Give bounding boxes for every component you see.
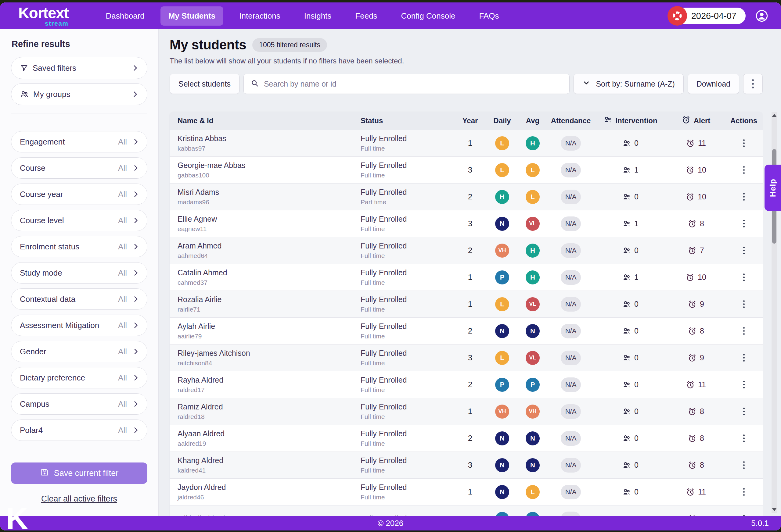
daily-badge[interactable]: N xyxy=(495,458,509,472)
filter-course[interactable]: CourseAll xyxy=(11,157,147,179)
table-row[interactable]: Alyaan Aldredaaldred19Fully EnrolledFull… xyxy=(170,425,763,451)
saved-filters-button[interactable]: Saved filters xyxy=(11,57,147,79)
student-name[interactable]: Alyaan Aldred xyxy=(177,429,353,438)
table-row[interactable]: Catalin Ahmedcahmed37Fully EnrolledFull … xyxy=(170,264,763,291)
daily-badge[interactable]: N xyxy=(495,217,509,231)
nav-item-dashboard[interactable]: Dashboard xyxy=(98,6,153,26)
filter-study-mode[interactable]: Study modeAll xyxy=(11,262,147,283)
daily-badge[interactable]: VH xyxy=(495,405,509,418)
filter-campus[interactable]: CampusAll xyxy=(11,393,147,415)
toolbar-kebab-button[interactable] xyxy=(743,74,763,94)
student-name[interactable]: Rayha Aldred xyxy=(177,375,353,385)
student-name[interactable]: Aylah Airlie xyxy=(177,322,353,331)
student-name[interactable]: Kristina Abbas xyxy=(177,134,353,143)
daily-badge[interactable]: L xyxy=(495,136,509,150)
daily-badge[interactable]: H xyxy=(495,190,509,204)
avg-badge[interactable]: VL xyxy=(526,217,540,231)
my-groups-button[interactable]: My groups xyxy=(11,83,147,105)
daily-badge[interactable]: P xyxy=(495,378,509,392)
col-header-name-id[interactable]: Name & Id xyxy=(170,117,353,125)
daily-badge[interactable]: L xyxy=(495,351,509,365)
table-row[interactable]: Ramiz Aldredraldred18Fully EnrolledFull … xyxy=(170,398,763,425)
avg-badge[interactable]: N xyxy=(526,324,540,338)
filter-dietary-preference[interactable]: Dietary preferenceAll xyxy=(11,367,147,388)
avg-badge[interactable]: N xyxy=(526,431,540,445)
student-name[interactable]: Riley-james Aitchison xyxy=(177,349,353,358)
avg-badge[interactable]: H xyxy=(526,270,540,284)
row-actions-kebab[interactable] xyxy=(741,459,747,471)
avg-badge[interactable]: VL xyxy=(526,351,540,365)
avg-badge[interactable]: L xyxy=(526,163,540,177)
avg-badge[interactable]: VH xyxy=(526,405,540,418)
row-actions-kebab[interactable] xyxy=(741,325,747,337)
nav-item-my-students[interactable]: My Students xyxy=(161,6,223,26)
filter-assessment-mitigation[interactable]: Assessment MitigationAll xyxy=(11,315,147,336)
col-header-attendance[interactable]: Attendance xyxy=(548,117,594,125)
table-row[interactable]: Aylah Airlieaairlie79Fully EnrolledFull … xyxy=(170,317,763,344)
student-name[interactable]: Ramiz Aldred xyxy=(177,402,353,411)
nav-item-interactions[interactable]: Interactions xyxy=(231,6,288,26)
avg-badge[interactable]: VL xyxy=(526,297,540,311)
daily-badge[interactable]: VH xyxy=(495,243,509,258)
student-name[interactable]: Misri Adams xyxy=(177,188,353,196)
row-actions-kebab[interactable] xyxy=(741,405,747,418)
col-header-year[interactable]: Year xyxy=(453,117,487,125)
daily-badge[interactable]: L xyxy=(495,163,509,177)
row-actions-kebab[interactable] xyxy=(741,271,747,283)
row-actions-kebab[interactable] xyxy=(741,513,747,516)
avg-badge[interactable]: L xyxy=(526,485,540,499)
table-row[interactable]: Aram Ahmedaahmed64Fully EnrolledFull tim… xyxy=(170,237,763,264)
row-actions-kebab[interactable] xyxy=(741,244,747,257)
save-current-filter-button[interactable]: Save current filter xyxy=(11,462,147,484)
scroll-down-arrow[interactable] xyxy=(772,508,777,511)
nav-item-insights[interactable]: Insights xyxy=(296,6,339,26)
nav-item-feeds[interactable]: Feeds xyxy=(347,6,385,26)
student-name[interactable]: Rozalia Airlie xyxy=(177,295,353,304)
nav-item-config-console[interactable]: Config Console xyxy=(393,6,463,26)
avg-badge[interactable]: H xyxy=(526,243,540,258)
row-actions-kebab[interactable] xyxy=(741,298,747,310)
kortext-logo[interactable]: Kortext stream xyxy=(18,5,69,27)
filter-contextual-data[interactable]: Contextual dataAll xyxy=(11,289,147,310)
daily-badge[interactable]: P xyxy=(495,512,509,516)
row-actions-kebab[interactable] xyxy=(741,137,747,149)
student-name[interactable]: Georgie-mae Abbas xyxy=(177,161,353,170)
table-row[interactable]: Jaydon Aldredjaldred46Fully EnrolledFull… xyxy=(170,478,763,505)
table-row[interactable]: Rozalia Airlierairlie71Fully EnrolledFul… xyxy=(170,291,763,317)
avg-badge[interactable]: N xyxy=(526,458,540,472)
student-name[interactable]: Khang Aldred xyxy=(177,456,353,465)
download-button[interactable]: Download xyxy=(688,74,739,94)
daily-badge[interactable]: P xyxy=(495,270,509,284)
search-input[interactable] xyxy=(263,79,563,89)
nav-item-faqs[interactable]: FAQs xyxy=(471,6,507,26)
col-header-alert[interactable]: Alert xyxy=(667,115,725,126)
student-name[interactable]: Aram Ahmed xyxy=(177,241,353,250)
table-row[interactable]: Georgie-mae Abbasgabbas100Fully Enrolled… xyxy=(170,157,763,183)
avg-badge[interactable]: P xyxy=(526,512,540,516)
daily-badge[interactable]: N xyxy=(495,324,509,338)
table-row[interactable]: Ellie Agneweagnew11Fully EnrolledFull ti… xyxy=(170,210,763,237)
sort-by-button[interactable]: Sort by: Surname (A-Z) xyxy=(574,74,684,94)
row-actions-kebab[interactable] xyxy=(741,190,747,203)
avg-badge[interactable]: H xyxy=(526,136,540,150)
filter-course-level[interactable]: Course levelAll xyxy=(11,210,147,231)
col-header-daily[interactable]: Daily xyxy=(487,117,518,125)
daily-badge[interactable]: N xyxy=(495,485,509,499)
table-row[interactable]: Khang Aldredkaldred41Fully EnrolledFull … xyxy=(170,451,763,478)
daily-badge[interactable]: L xyxy=(495,297,509,311)
filter-enrolment-status[interactable]: Enrolment statusAll xyxy=(11,236,147,257)
daily-badge[interactable]: N xyxy=(495,431,509,445)
row-actions-kebab[interactable] xyxy=(741,486,747,498)
table-row[interactable]: Kristina Abbaskabbas97Fully EnrolledFull… xyxy=(170,130,763,157)
avg-badge[interactable]: P xyxy=(526,378,540,392)
select-students-button[interactable]: Select students xyxy=(170,74,240,94)
row-actions-kebab[interactable] xyxy=(741,164,747,176)
table-row[interactable]: Rayha Aldredraldred17Fully EnrolledFull … xyxy=(170,371,763,398)
clear-all-filters-link[interactable]: Clear all active filters xyxy=(41,494,117,504)
avg-badge[interactable]: L xyxy=(526,190,540,204)
filter-engagement[interactable]: EngagementAll xyxy=(11,131,147,152)
filter-gender[interactable]: GenderAll xyxy=(11,341,147,362)
col-header-status[interactable]: Status xyxy=(353,117,453,125)
table-row[interactable]: Riley-james Aitchisonraitchison84Fully E… xyxy=(170,344,763,371)
row-actions-kebab[interactable] xyxy=(741,217,747,230)
